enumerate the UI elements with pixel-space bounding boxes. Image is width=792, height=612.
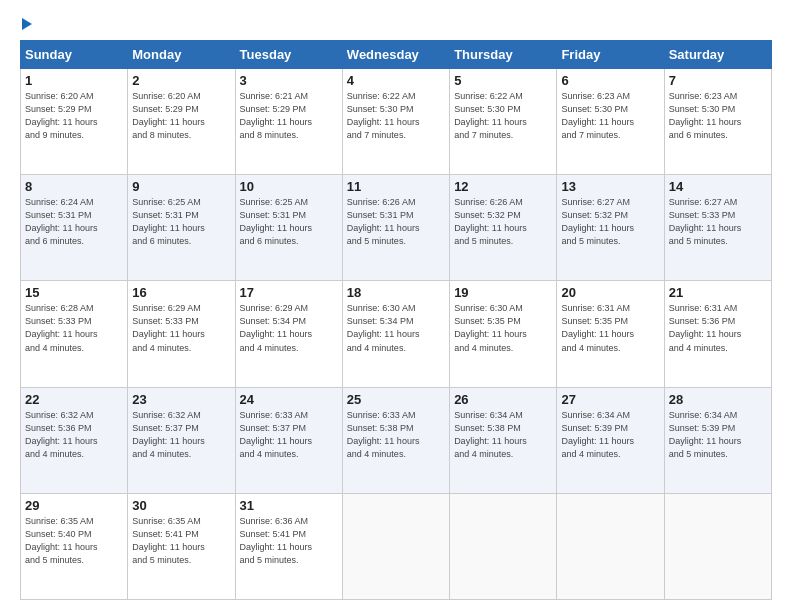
calendar-cell: 27 Sunrise: 6:34 AM Sunset: 5:39 PM Dayl… xyxy=(557,387,664,493)
calendar-cell: 9 Sunrise: 6:25 AM Sunset: 5:31 PM Dayli… xyxy=(128,175,235,281)
day-number: 24 xyxy=(240,392,338,407)
calendar-cell xyxy=(342,493,449,599)
day-info: Sunrise: 6:35 AM Sunset: 5:40 PM Dayligh… xyxy=(25,515,123,567)
day-number: 30 xyxy=(132,498,230,513)
calendar-cell: 31 Sunrise: 6:36 AM Sunset: 5:41 PM Dayl… xyxy=(235,493,342,599)
day-number: 16 xyxy=(132,285,230,300)
calendar-cell xyxy=(557,493,664,599)
calendar-cell: 4 Sunrise: 6:22 AM Sunset: 5:30 PM Dayli… xyxy=(342,69,449,175)
day-number: 7 xyxy=(669,73,767,88)
calendar-cell: 18 Sunrise: 6:30 AM Sunset: 5:34 PM Dayl… xyxy=(342,281,449,387)
calendar-cell: 10 Sunrise: 6:25 AM Sunset: 5:31 PM Dayl… xyxy=(235,175,342,281)
day-info: Sunrise: 6:26 AM Sunset: 5:32 PM Dayligh… xyxy=(454,196,552,248)
day-number: 23 xyxy=(132,392,230,407)
day-number: 22 xyxy=(25,392,123,407)
day-info: Sunrise: 6:34 AM Sunset: 5:39 PM Dayligh… xyxy=(669,409,767,461)
day-number: 4 xyxy=(347,73,445,88)
day-number: 20 xyxy=(561,285,659,300)
calendar-cell: 2 Sunrise: 6:20 AM Sunset: 5:29 PM Dayli… xyxy=(128,69,235,175)
day-info: Sunrise: 6:32 AM Sunset: 5:37 PM Dayligh… xyxy=(132,409,230,461)
day-number: 19 xyxy=(454,285,552,300)
calendar-cell: 11 Sunrise: 6:26 AM Sunset: 5:31 PM Dayl… xyxy=(342,175,449,281)
day-number: 3 xyxy=(240,73,338,88)
calendar-header-monday: Monday xyxy=(128,41,235,69)
calendar-week-2: 8 Sunrise: 6:24 AM Sunset: 5:31 PM Dayli… xyxy=(21,175,772,281)
day-info: Sunrise: 6:35 AM Sunset: 5:41 PM Dayligh… xyxy=(132,515,230,567)
calendar-header-friday: Friday xyxy=(557,41,664,69)
calendar-cell: 7 Sunrise: 6:23 AM Sunset: 5:30 PM Dayli… xyxy=(664,69,771,175)
day-number: 6 xyxy=(561,73,659,88)
calendar-week-1: 1 Sunrise: 6:20 AM Sunset: 5:29 PM Dayli… xyxy=(21,69,772,175)
day-info: Sunrise: 6:32 AM Sunset: 5:36 PM Dayligh… xyxy=(25,409,123,461)
calendar-cell: 30 Sunrise: 6:35 AM Sunset: 5:41 PM Dayl… xyxy=(128,493,235,599)
logo-arrow-icon xyxy=(22,18,32,30)
calendar-cell: 12 Sunrise: 6:26 AM Sunset: 5:32 PM Dayl… xyxy=(450,175,557,281)
day-number: 13 xyxy=(561,179,659,194)
calendar-cell: 6 Sunrise: 6:23 AM Sunset: 5:30 PM Dayli… xyxy=(557,69,664,175)
calendar-cell: 22 Sunrise: 6:32 AM Sunset: 5:36 PM Dayl… xyxy=(21,387,128,493)
day-number: 12 xyxy=(454,179,552,194)
day-number: 8 xyxy=(25,179,123,194)
page: SundayMondayTuesdayWednesdayThursdayFrid… xyxy=(0,0,792,612)
calendar-header-saturday: Saturday xyxy=(664,41,771,69)
day-number: 27 xyxy=(561,392,659,407)
calendar-cell: 5 Sunrise: 6:22 AM Sunset: 5:30 PM Dayli… xyxy=(450,69,557,175)
day-number: 1 xyxy=(25,73,123,88)
calendar-week-5: 29 Sunrise: 6:35 AM Sunset: 5:40 PM Dayl… xyxy=(21,493,772,599)
day-number: 10 xyxy=(240,179,338,194)
day-info: Sunrise: 6:33 AM Sunset: 5:37 PM Dayligh… xyxy=(240,409,338,461)
day-info: Sunrise: 6:31 AM Sunset: 5:35 PM Dayligh… xyxy=(561,302,659,354)
day-info: Sunrise: 6:22 AM Sunset: 5:30 PM Dayligh… xyxy=(347,90,445,142)
day-number: 11 xyxy=(347,179,445,194)
day-info: Sunrise: 6:30 AM Sunset: 5:35 PM Dayligh… xyxy=(454,302,552,354)
day-number: 9 xyxy=(132,179,230,194)
calendar-header-thursday: Thursday xyxy=(450,41,557,69)
day-info: Sunrise: 6:29 AM Sunset: 5:34 PM Dayligh… xyxy=(240,302,338,354)
calendar-cell: 17 Sunrise: 6:29 AM Sunset: 5:34 PM Dayl… xyxy=(235,281,342,387)
day-number: 31 xyxy=(240,498,338,513)
day-info: Sunrise: 6:36 AM Sunset: 5:41 PM Dayligh… xyxy=(240,515,338,567)
calendar-header-sunday: Sunday xyxy=(21,41,128,69)
day-info: Sunrise: 6:25 AM Sunset: 5:31 PM Dayligh… xyxy=(240,196,338,248)
calendar-cell xyxy=(450,493,557,599)
calendar-header-row: SundayMondayTuesdayWednesdayThursdayFrid… xyxy=(21,41,772,69)
calendar-cell: 25 Sunrise: 6:33 AM Sunset: 5:38 PM Dayl… xyxy=(342,387,449,493)
calendar: SundayMondayTuesdayWednesdayThursdayFrid… xyxy=(20,40,772,600)
calendar-week-3: 15 Sunrise: 6:28 AM Sunset: 5:33 PM Dayl… xyxy=(21,281,772,387)
day-info: Sunrise: 6:31 AM Sunset: 5:36 PM Dayligh… xyxy=(669,302,767,354)
day-info: Sunrise: 6:23 AM Sunset: 5:30 PM Dayligh… xyxy=(669,90,767,142)
day-info: Sunrise: 6:34 AM Sunset: 5:38 PM Dayligh… xyxy=(454,409,552,461)
calendar-cell: 21 Sunrise: 6:31 AM Sunset: 5:36 PM Dayl… xyxy=(664,281,771,387)
calendar-cell: 20 Sunrise: 6:31 AM Sunset: 5:35 PM Dayl… xyxy=(557,281,664,387)
calendar-cell: 16 Sunrise: 6:29 AM Sunset: 5:33 PM Dayl… xyxy=(128,281,235,387)
day-info: Sunrise: 6:23 AM Sunset: 5:30 PM Dayligh… xyxy=(561,90,659,142)
day-info: Sunrise: 6:34 AM Sunset: 5:39 PM Dayligh… xyxy=(561,409,659,461)
calendar-header-wednesday: Wednesday xyxy=(342,41,449,69)
logo xyxy=(20,16,32,30)
calendar-cell: 23 Sunrise: 6:32 AM Sunset: 5:37 PM Dayl… xyxy=(128,387,235,493)
calendar-cell: 1 Sunrise: 6:20 AM Sunset: 5:29 PM Dayli… xyxy=(21,69,128,175)
day-number: 15 xyxy=(25,285,123,300)
day-number: 28 xyxy=(669,392,767,407)
day-info: Sunrise: 6:20 AM Sunset: 5:29 PM Dayligh… xyxy=(25,90,123,142)
day-info: Sunrise: 6:21 AM Sunset: 5:29 PM Dayligh… xyxy=(240,90,338,142)
day-number: 17 xyxy=(240,285,338,300)
calendar-cell: 13 Sunrise: 6:27 AM Sunset: 5:32 PM Dayl… xyxy=(557,175,664,281)
day-number: 14 xyxy=(669,179,767,194)
day-number: 21 xyxy=(669,285,767,300)
day-info: Sunrise: 6:30 AM Sunset: 5:34 PM Dayligh… xyxy=(347,302,445,354)
calendar-header-tuesday: Tuesday xyxy=(235,41,342,69)
calendar-week-4: 22 Sunrise: 6:32 AM Sunset: 5:36 PM Dayl… xyxy=(21,387,772,493)
calendar-cell: 26 Sunrise: 6:34 AM Sunset: 5:38 PM Dayl… xyxy=(450,387,557,493)
day-number: 18 xyxy=(347,285,445,300)
day-number: 2 xyxy=(132,73,230,88)
day-number: 25 xyxy=(347,392,445,407)
calendar-cell: 24 Sunrise: 6:33 AM Sunset: 5:37 PM Dayl… xyxy=(235,387,342,493)
calendar-cell: 28 Sunrise: 6:34 AM Sunset: 5:39 PM Dayl… xyxy=(664,387,771,493)
day-info: Sunrise: 6:24 AM Sunset: 5:31 PM Dayligh… xyxy=(25,196,123,248)
calendar-cell: 3 Sunrise: 6:21 AM Sunset: 5:29 PM Dayli… xyxy=(235,69,342,175)
day-info: Sunrise: 6:28 AM Sunset: 5:33 PM Dayligh… xyxy=(25,302,123,354)
day-info: Sunrise: 6:27 AM Sunset: 5:32 PM Dayligh… xyxy=(561,196,659,248)
day-number: 26 xyxy=(454,392,552,407)
calendar-cell: 8 Sunrise: 6:24 AM Sunset: 5:31 PM Dayli… xyxy=(21,175,128,281)
